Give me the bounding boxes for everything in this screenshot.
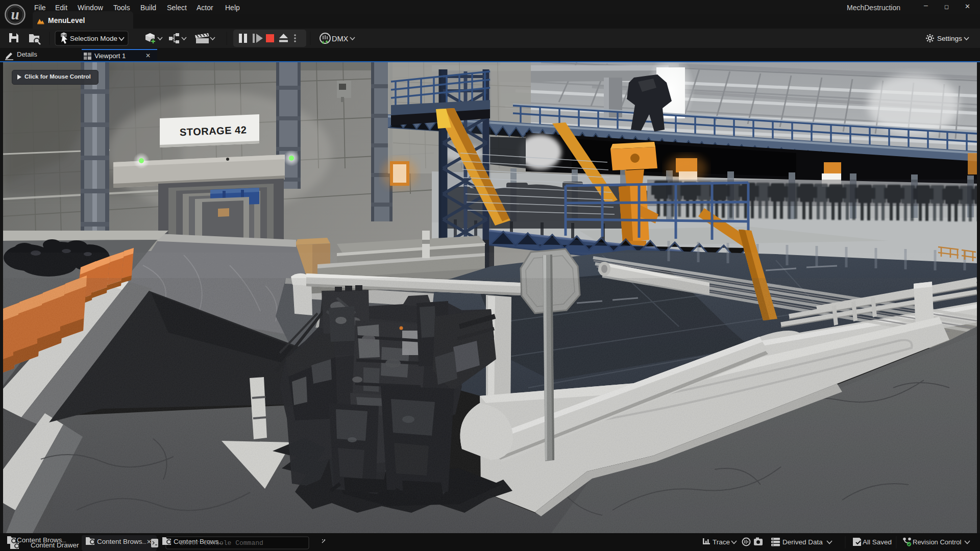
- svg-text:Revision Control: Revision Control: [913, 538, 961, 546]
- svg-text:Content Brows...: Content Brows...: [97, 538, 146, 545]
- svg-text:✕: ✕: [146, 538, 152, 545]
- svg-text:Selection Mode: Selection Mode: [70, 35, 117, 42]
- svg-text:Trace: Trace: [713, 538, 730, 546]
- svg-text:u: u: [11, 6, 19, 22]
- svg-text:DMX: DMX: [332, 35, 349, 43]
- svg-text:Derived Data: Derived Data: [782, 538, 823, 546]
- svg-text:Details: Details: [17, 51, 37, 58]
- svg-text:Settings: Settings: [937, 35, 962, 42]
- svg-text:All Saved: All Saved: [863, 538, 892, 546]
- svg-text:Enter Console Command: Enter Console Command: [180, 539, 263, 547]
- svg-text:Content Drawer: Content Drawer: [31, 541, 79, 549]
